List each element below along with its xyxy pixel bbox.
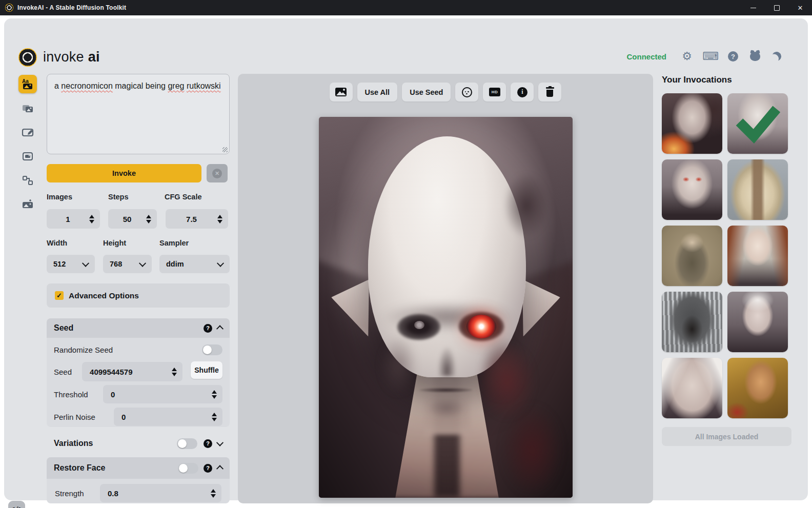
perlin-noise-input[interactable]: 0 [114,408,222,426]
inpainting-icon [22,126,34,138]
threshold-input[interactable]: 0 [103,385,222,403]
gallery-thumbnail[interactable] [727,358,788,418]
tab-post-processing[interactable] [18,195,37,214]
tab-outpainting[interactable] [18,147,37,166]
width-select[interactable]: 512 [47,255,95,273]
gallery-thumbnail[interactable] [662,358,722,418]
generated-image[interactable] [319,117,573,498]
upscale-button[interactable]: HD [483,83,506,101]
restore-face-help-icon[interactable]: ? [204,464,212,473]
restore-faces-button[interactable] [455,83,478,101]
seed-section-header[interactable]: Seed ? [47,318,230,338]
gallery-thumbnail[interactable] [662,159,722,220]
advanced-options-toggle[interactable]: ✓ Advanced Options [47,283,230,308]
height-value: 768 [110,260,122,268]
steps-label: Steps [108,193,129,201]
brand-regular: invoke [43,49,84,65]
steps-stepper[interactable]: 50 [108,209,157,229]
restore-face-header[interactable]: Restore Face ? [47,457,230,479]
tab-text-to-image[interactable]: Aa [18,75,37,93]
console-toggle-button[interactable]: </> [8,501,25,508]
help-icon[interactable]: ? [728,51,738,62]
threshold-value: 0 [103,390,115,399]
nodes-icon [22,174,34,187]
advanced-options-label: Advanced Options [69,291,139,300]
stepper-arrows-icon[interactable] [212,390,217,399]
github-icon[interactable] [749,51,761,62]
chevron-up-icon[interactable] [216,325,224,332]
svg-text:Aa: Aa [22,78,29,84]
tab-image-to-image[interactable] [18,99,37,117]
cancel-button[interactable]: ✕ [207,164,228,182]
width-label: Width [47,239,67,247]
theme-moon-icon[interactable] [771,51,782,62]
gallery-thumbnail-selected[interactable] [727,93,788,154]
hotkeys-keyboard-icon[interactable]: ⌨ [704,50,717,63]
brand-bold: ai [88,49,100,65]
gallery-thumbnail[interactable] [662,292,722,352]
seed-value: 4099544579 [82,368,132,376]
variations-help-icon[interactable]: ? [204,439,212,448]
gallery-thumbnail[interactable] [727,292,788,352]
window-title: InvokeAI - A Stable Diffusion Toolkit [17,4,126,11]
variations-switch[interactable] [177,438,197,449]
shuffle-seed-button[interactable]: Shuffle [191,361,222,379]
checkbox-checked-icon[interactable]: ✓ [55,291,64,300]
use-all-label: Use All [365,88,390,96]
close-button[interactable]: ✕ [788,0,812,15]
maximize-button[interactable] [765,0,788,15]
gallery-thumbnail[interactable] [727,159,788,220]
tab-inpainting[interactable] [18,123,37,141]
minimize-button[interactable] [741,0,765,15]
sampler-label: Sampler [159,239,189,247]
delete-image-button[interactable] [538,83,561,101]
chevron-up-icon[interactable] [216,465,224,472]
stepper-arrows-icon[interactable] [172,368,177,376]
send-to-image-button[interactable] [330,83,353,101]
use-seed-label: Use Seed [410,88,443,96]
prompt-text: necronomicon [61,82,113,90]
chevron-down-icon[interactable] [216,439,224,446]
stepper-arrows-icon[interactable] [211,489,216,498]
gallery-thumbnail[interactable] [662,226,722,286]
settings-gear-icon[interactable]: ⚙ [681,50,693,63]
strength-input[interactable]: 0.8 [100,484,221,502]
perlin-noise-value: 0 [114,413,126,421]
prompt-text: rutkowski [187,82,221,90]
tab-nodes[interactable] [18,171,37,190]
variations-header[interactable]: Variations ? [54,436,222,451]
gallery-thumbnail[interactable] [727,226,788,286]
stepper-arrows-icon[interactable] [217,215,222,223]
randomize-seed-switch[interactable] [202,344,222,355]
all-images-loaded-button: All Images Loaded [662,427,791,446]
restore-face-switch[interactable] [178,463,198,474]
all-images-loaded-label: All Images Loaded [695,433,759,441]
height-select[interactable]: 768 [103,255,152,273]
prompt-input[interactable]: a necronomicon magical being greg rutkow… [47,74,230,154]
cfg-scale-stepper[interactable]: 7.5 [166,209,228,229]
gallery-thumbnail[interactable] [662,93,722,154]
randomize-seed-row: Randomize Seed [54,343,222,356]
restore-faces-icon [462,87,472,97]
sampler-select[interactable]: ddim [159,255,230,273]
invoke-button[interactable]: Invoke [47,164,201,182]
seed-help-icon[interactable]: ? [204,324,212,333]
strength-row: Strength 0.8 [55,484,221,502]
shuffle-label: Shuffle [194,366,218,374]
invokeai-window: InvokeAI - A Stable Diffusion Toolkit ✕ … [0,0,812,508]
seed-value-input[interactable]: 4099544579 [82,362,182,381]
prompt-text: greg [168,82,184,90]
images-stepper[interactable]: 1 [47,209,100,229]
width-value: 512 [53,260,66,268]
cancel-x-icon: ✕ [212,169,222,178]
image-details-button[interactable]: i [511,83,534,101]
use-all-button[interactable]: Use All [357,83,398,101]
use-seed-button[interactable]: Use Seed [402,83,451,101]
height-label: Height [103,239,126,247]
stepper-arrows-icon[interactable] [146,215,151,223]
invoke-button-label: Invoke [112,169,136,177]
stepper-arrows-icon[interactable] [89,215,94,223]
chevron-down-icon [217,260,224,267]
perlin-noise-row: Perlin Noise 0 [54,408,222,426]
stepper-arrows-icon[interactable] [212,413,217,421]
